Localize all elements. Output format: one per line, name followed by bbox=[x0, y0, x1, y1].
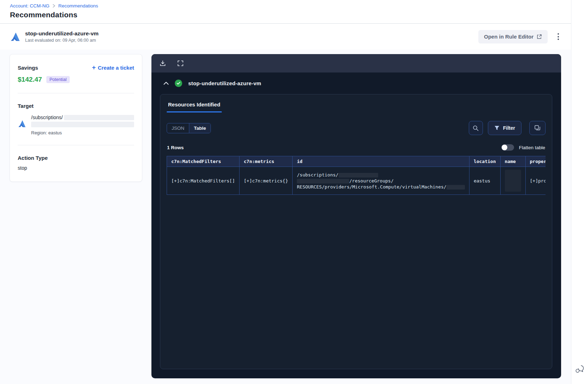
view-mode-json[interactable]: JSON bbox=[167, 123, 189, 133]
tab-active-underline bbox=[167, 111, 222, 112]
table-header-row: c7n:MatchedFilters c7n:metrics id locati… bbox=[167, 156, 546, 167]
redacted-value bbox=[446, 185, 465, 190]
card-divider bbox=[18, 93, 134, 93]
action-type-label: Action Type bbox=[18, 155, 134, 161]
table-row: [+]c7n:MatchedFilters[] [+]c7n:metrics{}… bbox=[167, 167, 546, 195]
redacted-value bbox=[339, 173, 378, 178]
potential-badge: Potential bbox=[46, 76, 70, 83]
download-icon[interactable] bbox=[159, 60, 166, 67]
topbar: Account: CCM-NG Recommendations Recommen… bbox=[0, 0, 571, 24]
cell-properties[interactable]: [+]properties{} bbox=[525, 167, 546, 195]
savings-amount: $142.47 bbox=[18, 76, 42, 83]
resources-identified-panel: Resources Identified JSON Table bbox=[160, 94, 552, 369]
search-button[interactable] bbox=[469, 121, 483, 135]
viewer-toolbar bbox=[151, 54, 561, 72]
action-type-value: stop bbox=[18, 165, 134, 171]
cell-metrics[interactable]: [+]c7n:metrics{} bbox=[240, 167, 293, 195]
redacted-value bbox=[31, 122, 134, 127]
collapse-chevron-icon[interactable] bbox=[163, 82, 169, 85]
col-properties[interactable]: properties bbox=[525, 156, 546, 167]
right-gutter bbox=[571, 0, 588, 384]
tab-label: Resources Identified bbox=[167, 101, 222, 111]
redacted-value bbox=[297, 179, 349, 184]
filter-button[interactable]: Filter bbox=[488, 121, 521, 135]
filter-icon bbox=[494, 126, 500, 130]
recommendation-header: stop-underutilized-azure-vm Last evaluat… bbox=[0, 24, 571, 50]
cell-location[interactable]: eastus bbox=[469, 167, 500, 195]
card-divider bbox=[18, 145, 134, 145]
target-region: Region: eastus bbox=[31, 130, 134, 135]
resources-table: c7n:MatchedFilters c7n:metrics id locati… bbox=[167, 156, 546, 195]
copy-icon bbox=[534, 125, 541, 131]
page-title: Recommendations bbox=[10, 11, 561, 19]
external-link-icon bbox=[537, 34, 542, 39]
breadcrumb-current-link[interactable]: Recommendations bbox=[58, 3, 98, 8]
tab-resources-identified[interactable]: Resources Identified bbox=[167, 101, 222, 112]
redacted-value bbox=[64, 115, 134, 120]
view-mode-toggle: JSON Table bbox=[167, 123, 211, 133]
fullscreen-icon[interactable] bbox=[177, 60, 184, 67]
target-label: Target bbox=[18, 103, 134, 109]
breadcrumb: Account: CCM-NG Recommendations bbox=[10, 3, 561, 8]
plus-icon: + bbox=[92, 64, 96, 71]
resources-viewer-panel: stop-underutilized-azure-vm Resources Id… bbox=[151, 54, 561, 378]
savings-label: Savings bbox=[18, 65, 38, 71]
savings-card: Savings + Create a ticket $142.47 Potent… bbox=[10, 54, 142, 182]
open-in-rule-editor-button[interactable]: Open in Rule Editor bbox=[478, 30, 548, 43]
col-id[interactable]: id bbox=[293, 156, 469, 167]
resources-table-wrap: c7n:MatchedFilters c7n:metrics id locati… bbox=[167, 156, 546, 195]
flatten-table-label: Flatten table bbox=[519, 145, 545, 150]
main-area: Savings + Create a ticket $142.47 Potent… bbox=[0, 50, 571, 384]
col-location[interactable]: location bbox=[469, 156, 500, 167]
view-mode-table[interactable]: Table bbox=[189, 123, 211, 133]
col-name[interactable]: name bbox=[500, 156, 525, 167]
rows-count: 1 Rows bbox=[167, 145, 184, 150]
success-check-icon bbox=[175, 80, 182, 87]
recommendation-subtitle: Last evaluated on: 09 Apr, 06:00 am bbox=[25, 38, 99, 43]
open-in-rule-editor-label: Open in Rule Editor bbox=[484, 34, 534, 40]
page: Account: CCM-NG Recommendations Recommen… bbox=[0, 0, 588, 384]
col-matched-filters[interactable]: c7n:MatchedFilters bbox=[167, 156, 240, 167]
breadcrumb-chevron-icon bbox=[52, 4, 56, 8]
viewer-body: stop-underutilized-azure-vm Resources Id… bbox=[151, 72, 561, 378]
flatten-table-toggle[interactable] bbox=[501, 144, 514, 151]
create-ticket-label: Create a ticket bbox=[98, 65, 134, 71]
azure-icon bbox=[10, 31, 21, 42]
col-metrics[interactable]: c7n:metrics bbox=[240, 156, 293, 167]
cell-name[interactable] bbox=[500, 167, 525, 195]
target-path: /subscriptions/ bbox=[31, 115, 63, 120]
search-icon bbox=[473, 125, 479, 131]
recommendation-title: stop-underutilized-azure-vm bbox=[25, 30, 99, 37]
filter-label: Filter bbox=[503, 125, 515, 131]
copy-button[interactable] bbox=[529, 121, 546, 135]
kebab-menu-icon[interactable] bbox=[555, 31, 561, 42]
redacted-value bbox=[505, 170, 521, 192]
cell-id[interactable]: /subscriptions/ /resourceGroups/ RESOURC… bbox=[293, 167, 469, 195]
azure-icon bbox=[18, 120, 26, 128]
create-ticket-button[interactable]: + Create a ticket bbox=[92, 64, 134, 71]
chat-icon[interactable] bbox=[575, 365, 584, 373]
cell-matched-filters[interactable]: [+]c7n:MatchedFilters[] bbox=[167, 167, 240, 195]
breadcrumb-account-link[interactable]: Account: CCM-NG bbox=[10, 3, 50, 8]
rule-name: stop-underutilized-azure-vm bbox=[188, 80, 261, 86]
